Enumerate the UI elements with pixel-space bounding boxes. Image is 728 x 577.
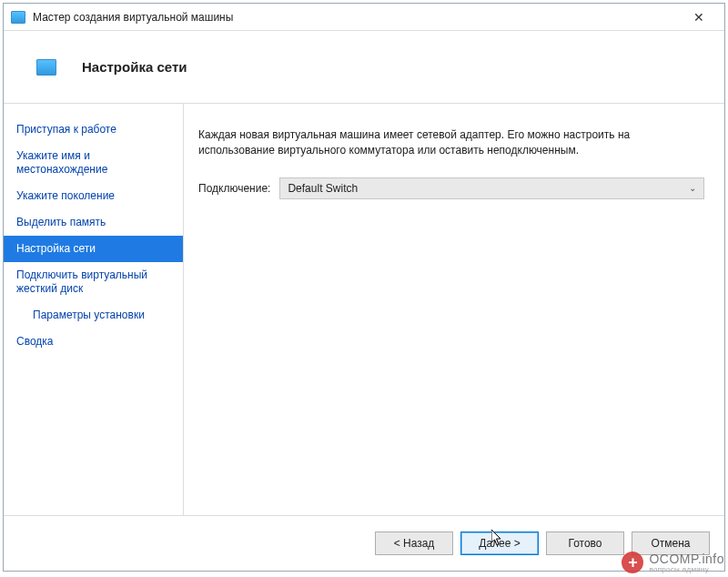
finish-button[interactable]: Готово [546,531,624,555]
wizard-steps-sidebar: Приступая к работе Укажите имя и местона… [4,104,184,515]
step-description: Каждая новая виртуальная машина имеет се… [198,127,704,159]
step-getting-started[interactable]: Приступая к работе [4,116,183,143]
connection-value: Default Switch [288,182,358,195]
connection-label: Подключение: [198,182,270,195]
connection-row: Подключение: Default Switch ⌄ [198,177,704,199]
next-button[interactable]: Далее > [460,531,539,555]
app-icon [11,11,25,24]
titlebar: Мастер создания виртуальной машины ✕ [4,4,724,31]
window-title: Мастер создания виртуальной машины [33,11,681,24]
cancel-button[interactable]: Отмена [632,531,710,555]
wizard-window: Мастер создания виртуальной машины ✕ Нас… [3,3,725,572]
step-memory[interactable]: Выделить память [4,209,183,236]
connection-dropdown[interactable]: Default Switch ⌄ [279,177,704,199]
wizard-content: Каждая новая виртуальная машина имеет се… [184,104,724,515]
step-disk[interactable]: Подключить виртуальный жесткий диск [4,262,183,302]
chevron-down-icon: ⌄ [689,183,696,193]
back-button[interactable]: < Назад [375,531,453,555]
wizard-body: Приступая к работе Укажите имя и местона… [4,104,724,515]
page-title: Настройка сети [82,59,187,75]
step-install-options[interactable]: Параметры установки [4,302,183,329]
wizard-footer: < Назад Далее > Готово Отмена [4,515,724,570]
step-name-location[interactable]: Укажите имя и местонахождение [4,143,183,183]
wizard-header: Настройка сети [4,31,724,104]
step-generation[interactable]: Укажите поколение [4,183,183,209]
step-network[interactable]: Настройка сети [4,236,183,262]
close-button[interactable]: ✕ [681,5,717,30]
header-icon [36,59,56,76]
step-summary[interactable]: Сводка [4,329,183,355]
